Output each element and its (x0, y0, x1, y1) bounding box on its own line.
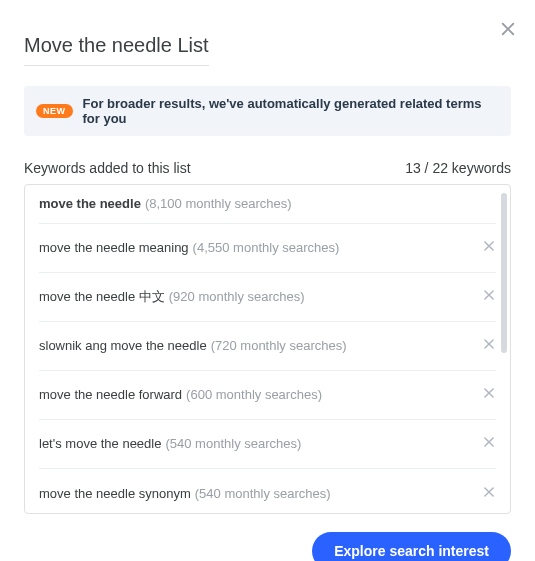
close-icon (499, 20, 517, 38)
keyword-list: move the needle (8,100 monthly searches)… (24, 184, 511, 514)
keyword-term: move the needle (39, 195, 141, 213)
keyword-term: let's move the needle (39, 435, 161, 453)
banner-text: For broader results, we've automatically… (83, 96, 500, 126)
keyword-text: move the needle 中文 (920 monthly searches… (39, 288, 305, 306)
close-icon (482, 386, 496, 400)
list-header-label: Keywords added to this list (24, 160, 191, 176)
keyword-text: move the needle synonym (540 monthly sea… (39, 485, 331, 503)
remove-keyword-button[interactable] (482, 288, 496, 306)
keyword-term: slownik ang move the needle (39, 337, 207, 355)
keyword-meta: (920 monthly searches) (169, 288, 305, 306)
remove-keyword-button[interactable] (482, 435, 496, 453)
list-item: move the needle meaning (4,550 monthly s… (39, 224, 496, 273)
list-item: slownik ang move the needle (720 monthly… (39, 322, 496, 371)
keyword-list-modal: Move the needle List NEW For broader res… (0, 0, 535, 561)
info-banner: NEW For broader results, we've automatic… (24, 86, 511, 136)
modal-title: Move the needle List (24, 34, 209, 66)
keyword-text: move the needle meaning (4,550 monthly s… (39, 239, 339, 257)
explore-button[interactable]: Explore search interest (312, 532, 511, 561)
close-icon (482, 239, 496, 253)
keyword-term: move the needle 中文 (39, 288, 165, 306)
keyword-meta: (540 monthly searches) (165, 435, 301, 453)
keyword-text: let's move the needle (540 monthly searc… (39, 435, 301, 453)
remove-keyword-button[interactable] (482, 337, 496, 355)
remove-keyword-button[interactable] (482, 239, 496, 257)
close-icon (482, 485, 496, 499)
count-suffix: keywords (452, 160, 511, 176)
modal-footer: Explore search interest (24, 532, 511, 561)
keyword-meta: (4,550 monthly searches) (193, 239, 340, 257)
list-item: move the needle synonym (540 monthly sea… (39, 469, 496, 513)
scrollbar-thumb[interactable] (501, 193, 507, 353)
list-item: move the needle 中文 (920 monthly searches… (39, 273, 496, 322)
list-item: let's move the needle (540 monthly searc… (39, 420, 496, 469)
keyword-text: move the needle forward (600 monthly sea… (39, 386, 322, 404)
keyword-meta: (720 monthly searches) (211, 337, 347, 355)
new-badge: NEW (36, 104, 73, 118)
keyword-term: move the needle synonym (39, 485, 191, 503)
keyword-meta: (600 monthly searches) (186, 386, 322, 404)
list-item: move the needle forward (600 monthly sea… (39, 371, 496, 420)
keyword-text: move the needle (8,100 monthly searches) (39, 185, 292, 213)
list-header: Keywords added to this list 13 / 22 keyw… (24, 160, 511, 176)
keyword-term: move the needle forward (39, 386, 182, 404)
close-button[interactable] (499, 20, 517, 38)
keyword-meta: (8,100 monthly searches) (145, 195, 292, 213)
remove-keyword-button[interactable] (482, 386, 496, 404)
close-icon (482, 337, 496, 351)
keyword-text: slownik ang move the needle (720 monthly… (39, 337, 347, 355)
close-icon (482, 435, 496, 449)
list-item: move the needle (8,100 monthly searches) (39, 185, 496, 224)
keyword-count: 13 / 22 keywords (405, 160, 511, 176)
keyword-term: move the needle meaning (39, 239, 189, 257)
close-icon (482, 288, 496, 302)
remove-keyword-button[interactable] (482, 485, 496, 503)
count-current: 13 (405, 160, 421, 176)
keyword-meta: (540 monthly searches) (195, 485, 331, 503)
count-total: 22 (432, 160, 448, 176)
keyword-list-scroll[interactable]: move the needle (8,100 monthly searches)… (25, 185, 510, 513)
